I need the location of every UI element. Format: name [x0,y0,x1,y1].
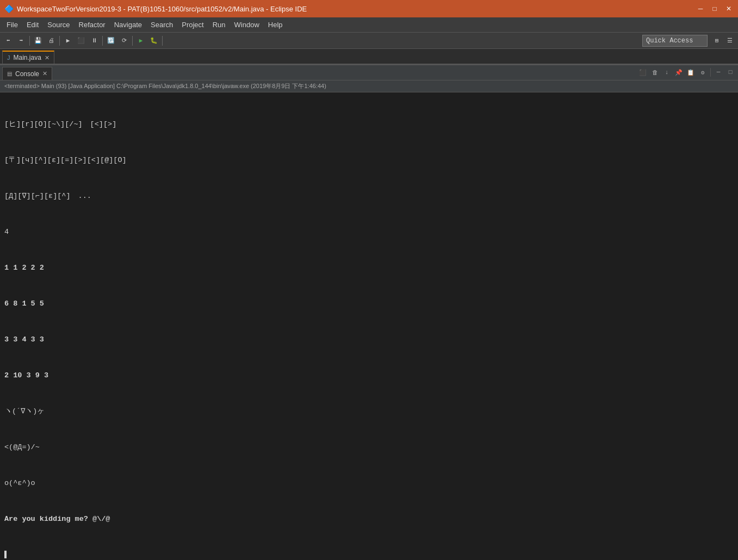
window-controls: ─ □ ✕ [696,4,734,14]
console-out-9: ヽ(´∇ヽ)ヶ [4,406,734,418]
console-out-11: o(^ε^)o [4,477,734,489]
toolbar-btn-10[interactable]: ⊞ [711,35,723,47]
toolbar-sep-4 [132,36,133,46]
console-tab-bar: ▤ Console ✕ ⬛ 🗑 ↓ 📌 📋 ⚙ ─ □ [0,65,738,80]
toolbar-sep-5 [162,36,163,46]
console-terminated-info: <terminated> Main (93) [Java Application… [4,82,326,90]
console-btn-clear[interactable]: 🗑 [649,67,660,78]
quick-access-label: Quick Access [646,37,693,45]
menu-refactor[interactable]: Refactor [75,20,110,30]
console-area: ▤ Console ✕ ⬛ 🗑 ↓ 📌 📋 ⚙ ─ □ <terminated>… [0,65,738,560]
minimize-button[interactable]: ─ [696,4,705,14]
menu-window[interactable]: Window [230,20,264,30]
tab-bar: J Main.java ✕ [0,49,738,64]
console-tab-label: Console [15,70,39,78]
maximize-button[interactable]: □ [710,4,720,14]
app-icon: 🔷 [4,4,14,13]
console-btn-pin[interactable]: 📌 [673,67,684,78]
console-out-10: <(@Д=)/~ [4,441,734,453]
tab-icon: J [7,54,10,61]
tab-label: Main.java [14,54,41,61]
toolbar-btn-2[interactable]: ➡ [15,35,27,47]
console-btn-stop[interactable]: ⬛ [637,67,648,78]
menu-help[interactable]: Help [264,20,287,30]
menu-bar: File Edit Source Refactor Navigate Searc… [0,17,738,33]
toolbar-btn-3[interactable]: 💾 [32,35,44,47]
console-cursor: ▌ [4,549,734,560]
toolbar-sep-1 [29,36,30,46]
console-tab-close[interactable]: ✕ [42,70,47,77]
editor-tab-main[interactable]: J Main.java ✕ [2,51,54,64]
close-button[interactable]: ✕ [724,4,734,14]
console-btn-minimize[interactable]: ─ [713,67,724,78]
console-out-6: 6 8 1 5 5 [4,298,734,310]
toolbar-btn-4[interactable]: 🖨 [45,35,57,47]
menu-file[interactable]: File [2,20,22,30]
menu-search[interactable]: Search [146,20,177,30]
console-btn-scroll[interactable]: ↓ [661,67,672,78]
console-output[interactable]: [ヒ][r][O][~\][/~] [<][>] [〒][ч][^][ε][=]… [0,92,738,560]
menu-edit[interactable]: Edit [22,20,43,30]
console-btn-settings[interactable]: ⚙ [697,67,708,78]
console-btn-copy[interactable]: 📋 [685,67,696,78]
menu-navigate[interactable]: Navigate [110,20,146,30]
console-out-3: [Д][∇][⌐][ε][^] ... [4,190,734,202]
toolbar-btn-9[interactable]: ⟳ [118,35,130,47]
console-tab[interactable]: ▤ Console ✕ [2,67,52,80]
toolbar: ⬅ ➡ 💾 🖨 ▶ ⬛ ⏸ 🔃 ⟳ ▶ 🐛 Quick Access ⊞ ☰ [0,33,738,49]
toolbar-sep-2 [59,36,60,46]
toolbar-btn-6[interactable]: ⬛ [75,35,87,47]
console-separator [710,68,711,77]
title-text: WorkspaceTwoForVersion2019-3 - PAT(B)105… [17,5,696,13]
console-btn-maximize[interactable]: □ [725,67,736,78]
toolbar-btn-5[interactable]: ▶ [62,35,74,47]
run-button[interactable]: ▶ [135,35,147,47]
toolbar-btn-1[interactable]: ⬅ [2,35,14,47]
console-info: <terminated> Main (93) [Java Application… [0,80,738,92]
console-tab-icon: ▤ [7,71,12,77]
menu-project[interactable]: Project [177,20,208,30]
console-out-2: [〒][ч][^][ε][=][>][<][@][O] [4,154,734,166]
toolbar-btn-7[interactable]: ⏸ [88,35,100,47]
menu-run[interactable]: Run [208,20,230,30]
toolbar-btn-11[interactable]: ☰ [724,35,736,47]
console-toolbar: ⬛ 🗑 ↓ 📌 📋 ⚙ ─ □ [637,67,736,80]
console-out-7: 3 3 4 3 3 [4,334,734,346]
console-out-5: 1 1 2 2 2 [4,262,734,274]
main-layout: ◁ 23 24 25 26● 27 28 29 30 31 32 33 34 [0,64,738,548]
console-out-1: [ヒ][r][O][~\][/~] [<][>] [4,119,734,130]
console-out-8: 2 10 3 9 3 [4,370,734,382]
console-out-12: Are you kidding me? @\/@ [4,513,734,525]
toolbar-sep-3 [102,36,103,46]
debug-button[interactable]: 🐛 [148,35,160,47]
tab-close-icon[interactable]: ✕ [45,54,49,61]
title-bar: 🔷 WorkspaceTwoForVersion2019-3 - PAT(B)1… [0,0,738,17]
toolbar-btn-8[interactable]: 🔃 [105,35,117,47]
console-out-4: 4 [4,226,734,238]
menu-source[interactable]: Source [43,20,74,30]
quick-access-input[interactable]: Quick Access [642,35,708,47]
